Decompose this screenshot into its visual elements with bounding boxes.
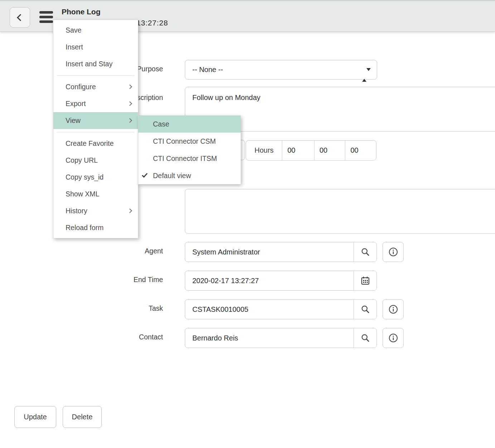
- task-preview-button[interactable]: [383, 299, 404, 319]
- search-icon: [361, 305, 370, 314]
- agent-reference-field: [185, 242, 377, 262]
- agent-input[interactable]: [185, 242, 354, 262]
- description-text: Follow up on Monday: [192, 94, 260, 101]
- info-icon: [388, 247, 398, 257]
- chevron-right-icon: [128, 101, 132, 106]
- duration-hours-group: Hours 00 00 00: [246, 140, 376, 161]
- contact-preview-button[interactable]: [383, 328, 404, 348]
- menu-item-configure[interactable]: Configure: [53, 78, 138, 95]
- search-icon: [361, 247, 370, 257]
- menu-item-history[interactable]: History: [53, 202, 138, 219]
- end-time-calendar-button[interactable]: [354, 271, 376, 290]
- menu-item-label: View: [66, 116, 81, 124]
- task-reference-field: [185, 299, 377, 319]
- menu-item-create-favorite[interactable]: Create Favorite: [53, 135, 138, 152]
- chevron-right-icon: [128, 84, 132, 89]
- hamburger-bar: [39, 11, 53, 14]
- duration-minutes-input[interactable]: 00: [314, 140, 345, 160]
- task-input[interactable]: [185, 300, 354, 319]
- chevron-right-icon: [128, 208, 132, 213]
- submenu-item-cti-connector-csm[interactable]: CTI Connector CSM: [138, 133, 241, 150]
- submenu-item-case[interactable]: Case: [138, 115, 241, 133]
- page-title: Phone Log: [62, 8, 101, 16]
- submenu-item-cti-connector-itsm[interactable]: CTI Connector ITSM: [138, 150, 241, 167]
- agent-preview-button[interactable]: [383, 242, 404, 262]
- menu-item-reload-form[interactable]: Reload form: [53, 219, 138, 236]
- end-time-input[interactable]: [185, 271, 354, 290]
- context-menu-icon[interactable]: [39, 11, 53, 23]
- menu-item-label: Configure: [66, 83, 96, 91]
- info-icon: [388, 304, 398, 314]
- end-time-label: End Time: [54, 276, 163, 284]
- delete-button[interactable]: Delete: [63, 406, 102, 428]
- duration-seconds-input[interactable]: 00: [345, 140, 376, 160]
- chevron-left-icon: [17, 14, 24, 21]
- menu-item-save[interactable]: Save: [53, 22, 138, 39]
- menu-item-insert-and-stay[interactable]: Insert and Stay: [53, 56, 138, 72]
- info-icon: [388, 333, 398, 343]
- hamburger-bar: [39, 16, 53, 18]
- hours-label: Hours: [246, 140, 282, 160]
- duration-hours-input[interactable]: 00: [282, 140, 314, 160]
- menu-divider: [57, 75, 134, 76]
- hamburger-bar: [39, 20, 53, 23]
- update-button[interactable]: Update: [14, 406, 56, 428]
- back-button[interactable]: [10, 7, 30, 28]
- menu-item-copy-url[interactable]: Copy URL: [53, 152, 138, 169]
- purpose-select[interactable]: -- None --: [185, 60, 377, 80]
- contact-label: Contact: [54, 333, 163, 341]
- menu-item-export[interactable]: Export: [53, 95, 138, 112]
- select-arrows-icon: [362, 66, 371, 85]
- end-time-field: [185, 271, 377, 291]
- submenu-item-label: Default view: [153, 172, 191, 180]
- menu-item-label: History: [66, 207, 87, 215]
- menu-item-view[interactable]: View: [53, 112, 138, 129]
- menu-divider: [57, 132, 134, 132]
- agent-label: Agent: [54, 247, 163, 255]
- agent-lookup-button[interactable]: [354, 242, 376, 262]
- calendar-icon: [361, 276, 370, 285]
- contact-lookup-button[interactable]: [354, 328, 376, 348]
- menu-item-insert[interactable]: Insert: [53, 39, 138, 56]
- contact-reference-field: [185, 328, 377, 348]
- search-icon: [361, 333, 370, 343]
- submenu-item-default-view[interactable]: Default view: [138, 167, 241, 184]
- contact-input[interactable]: [185, 328, 354, 348]
- task-lookup-button[interactable]: [354, 300, 376, 319]
- purpose-selected-value: -- None --: [192, 66, 223, 73]
- view-submenu: Case CTI Connector CSM CTI Connector ITS…: [138, 115, 241, 184]
- menu-item-show-xml[interactable]: Show XML: [53, 186, 138, 202]
- notes-textarea[interactable]: [185, 189, 495, 234]
- menu-item-label: Export: [66, 100, 86, 108]
- check-icon: [142, 172, 148, 177]
- menu-item-copy-sys-id[interactable]: Copy sys_id: [53, 169, 138, 186]
- form-context-menu: Save Insert Insert and Stay Configure Ex…: [53, 20, 138, 238]
- chevron-right-icon: [128, 118, 132, 123]
- task-label: Task: [54, 304, 163, 313]
